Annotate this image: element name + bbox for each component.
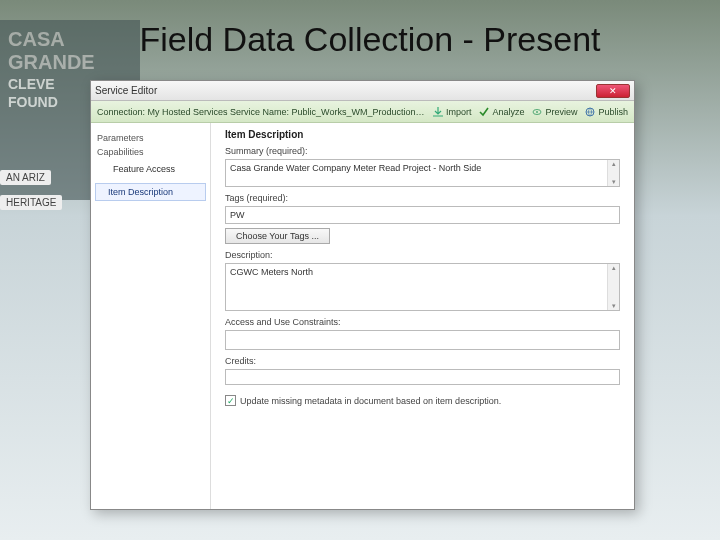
scroll-down-icon[interactable]: ▾ (612, 302, 616, 310)
publish-button[interactable]: Publish (585, 107, 628, 117)
background-tag2: HERITAGE (0, 195, 62, 210)
service-editor-window: Service Editor ✕ Connection: My Hosted S… (90, 80, 635, 510)
credits-input[interactable] (225, 369, 620, 385)
scroll-up-icon[interactable]: ▴ (612, 264, 616, 272)
update-metadata-label: Update missing metadata in document base… (240, 396, 501, 406)
scroll-up-icon[interactable]: ▴ (612, 160, 616, 168)
import-button[interactable]: Import (433, 107, 472, 117)
tags-input[interactable]: PW (225, 206, 620, 224)
window-title: Service Editor (95, 85, 596, 96)
panel-heading: Item Description (225, 129, 620, 140)
svg-point-1 (536, 111, 538, 113)
import-label: Import (446, 107, 472, 117)
analyze-button[interactable]: Analyze (479, 107, 524, 117)
slide-title: Field Data Collection - Present (80, 20, 660, 59)
description-label: Description: (225, 250, 620, 260)
update-metadata-row[interactable]: ✓ Update missing metadata in document ba… (225, 395, 620, 406)
scrollbar[interactable]: ▴▾ (607, 264, 619, 310)
analyze-label: Analyze (492, 107, 524, 117)
eye-icon (532, 107, 542, 117)
summary-label: Summary (required): (225, 146, 620, 156)
choose-tags-button[interactable]: Choose Your Tags ... (225, 228, 330, 244)
access-label: Access and Use Constraints: (225, 317, 620, 327)
access-input[interactable] (225, 330, 620, 350)
description-input[interactable]: CGWC Meters North (225, 263, 620, 311)
window-body: Parameters Capabilities Feature Access I… (91, 123, 634, 509)
sidebar-item-item-description[interactable]: Item Description (95, 183, 206, 201)
preview-button[interactable]: Preview (532, 107, 577, 117)
sidebar-item-parameters[interactable]: Parameters (97, 133, 204, 143)
import-icon (433, 107, 443, 117)
tags-label: Tags (required): (225, 193, 620, 203)
sidebar-item-feature-access[interactable]: Feature Access (95, 161, 206, 177)
scrollbar[interactable]: ▴▾ (607, 160, 619, 186)
preview-label: Preview (545, 107, 577, 117)
globe-icon (585, 107, 595, 117)
credits-label: Credits: (225, 356, 620, 366)
background-tag1: AN ARIZ (0, 170, 51, 185)
main-panel: Item Description Summary (required): Cas… (211, 123, 634, 509)
check-icon (479, 107, 489, 117)
update-metadata-checkbox[interactable]: ✓ (225, 395, 236, 406)
titlebar: Service Editor ✕ (91, 81, 634, 101)
sidebar: Parameters Capabilities Feature Access I… (91, 123, 211, 509)
scroll-down-icon[interactable]: ▾ (612, 178, 616, 186)
close-button[interactable]: ✕ (596, 84, 630, 98)
summary-input[interactable]: Casa Grande Water Company Meter Read Pro… (225, 159, 620, 187)
sidebar-item-capabilities[interactable]: Capabilities (97, 147, 204, 157)
connection-text: Connection: My Hosted Services Service N… (97, 107, 425, 117)
connection-bar: Connection: My Hosted Services Service N… (91, 101, 634, 123)
publish-label: Publish (598, 107, 628, 117)
